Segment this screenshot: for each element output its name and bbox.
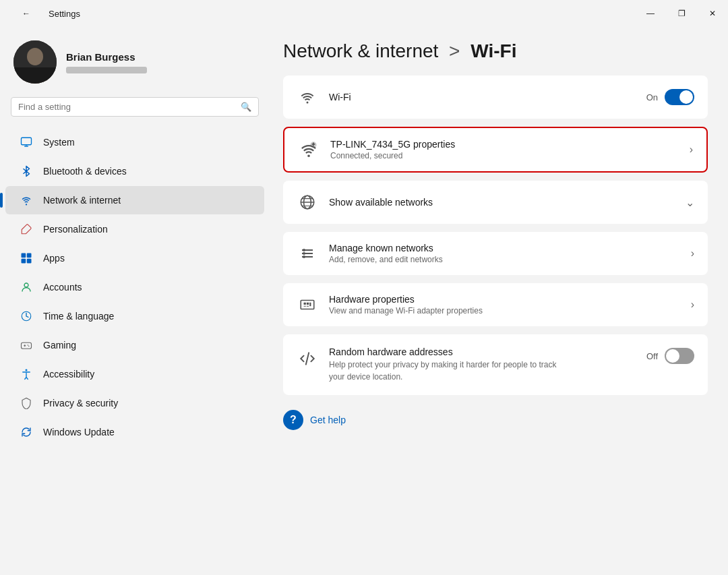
- wifi-toggle-row: Wi-Fi On: [283, 75, 708, 119]
- svg-rect-4: [22, 138, 32, 145]
- svg-rect-5: [24, 146, 28, 147]
- content-area: Network & internet > Wi-Fi Wi-Fi: [270, 27, 728, 575]
- svg-point-11: [24, 283, 28, 287]
- hardware-props-icon: [297, 294, 318, 315]
- hardware-props-row[interactable]: Hardware properties View and manage Wi-F…: [283, 283, 708, 326]
- sidebar-item-label-gaming: Gaming: [43, 340, 76, 351]
- minimize-button[interactable]: —: [635, 3, 666, 24]
- manage-networks-row[interactable]: Manage known networks Add, remove, and e…: [283, 232, 708, 275]
- privacy-icon: [19, 396, 34, 411]
- wifi-label-text: Wi-Fi: [329, 92, 636, 102]
- random-hw-off-label: Off: [646, 351, 658, 361]
- system-icon: [19, 135, 34, 150]
- sidebar-item-label-system: System: [43, 137, 75, 148]
- sidebar-item-apps[interactable]: Apps: [5, 244, 264, 272]
- manage-networks-card[interactable]: Manage known networks Add, remove, and e…: [283, 232, 708, 275]
- svg-point-28: [303, 249, 305, 251]
- manage-networks-icon: [297, 243, 318, 264]
- footer: ? Get help: [283, 403, 708, 437]
- sidebar-item-update[interactable]: Windows Update: [5, 418, 264, 446]
- random-hw-toggle[interactable]: [665, 348, 694, 364]
- wifi-toggle[interactable]: [665, 89, 694, 105]
- svg-point-1: [27, 48, 43, 65]
- close-button[interactable]: ✕: [697, 3, 728, 24]
- accessibility-icon: [19, 367, 34, 382]
- back-button[interactable]: ←: [11, 3, 42, 24]
- sidebar-item-label-bluetooth: Bluetooth & devices: [43, 166, 127, 177]
- titlebar-left: ← Settings: [11, 3, 80, 24]
- hardware-props-card[interactable]: Hardware properties View and manage Wi-F…: [283, 283, 708, 326]
- wifi-on-label: On: [646, 92, 658, 102]
- accounts-icon: [19, 280, 34, 295]
- sidebar-item-accounts[interactable]: Accounts: [5, 273, 264, 301]
- nav-list: SystemBluetooth & devicesNetwork & inter…: [0, 127, 270, 447]
- personalization-icon: [19, 222, 34, 237]
- maximize-button[interactable]: ❐: [666, 3, 697, 24]
- available-networks-chevron-icon: ⌄: [686, 196, 694, 209]
- update-icon: [19, 425, 34, 440]
- random-hw-subtitle: Help protect your privacy by making it h…: [329, 359, 558, 383]
- svg-rect-32: [304, 303, 306, 305]
- svg-point-30: [303, 255, 305, 258]
- time-icon: [19, 309, 34, 324]
- sidebar-item-label-network: Network & internet: [43, 195, 121, 206]
- page-title: Wi-Fi: [471, 40, 516, 61]
- avatar: [13, 40, 57, 84]
- tp-link-wifi-icon: [298, 139, 320, 160]
- sidebar-item-personalization[interactable]: Personalization: [5, 215, 264, 243]
- sidebar-item-time[interactable]: Time & language: [5, 302, 264, 330]
- svg-rect-9: [22, 259, 26, 264]
- random-hw-text: Random hardware addresses Help protect y…: [329, 346, 636, 383]
- user-name: Brian Burgess: [66, 51, 147, 63]
- tp-link-chevron-right: ›: [690, 144, 693, 156]
- help-icon: ?: [283, 410, 303, 430]
- breadcrumb-parent: Network & internet: [283, 40, 438, 61]
- manage-networks-text: Manage known networks Add, remove, and e…: [329, 243, 680, 264]
- tp-link-chevron-icon: ›: [690, 144, 693, 156]
- svg-rect-8: [27, 253, 32, 258]
- sidebar-item-bluetooth[interactable]: Bluetooth & devices: [5, 157, 264, 185]
- hardware-props-chevron-icon: ›: [691, 299, 694, 311]
- sidebar-item-system[interactable]: System: [5, 128, 264, 156]
- get-help-link[interactable]: Get help: [310, 415, 346, 425]
- user-info: Brian Burgess: [66, 51, 147, 73]
- random-hw-card: Random hardware addresses Help protect y…: [283, 334, 708, 395]
- tp-link-subtitle: Connected, secured: [330, 151, 679, 160]
- apps-icon: [19, 251, 34, 266]
- available-networks-row[interactable]: Show available networks ⌄: [283, 181, 708, 224]
- svg-point-18: [26, 369, 28, 371]
- sidebar-item-label-update: Windows Update: [43, 427, 115, 437]
- sidebar-item-label-privacy: Privacy & security: [43, 398, 118, 408]
- wifi-toggle-thumb: [679, 90, 693, 104]
- manage-networks-subtitle: Add, remove, and edit networks: [329, 255, 680, 264]
- tp-link-card[interactable]: TP-LINK_7434_5G properties Connected, se…: [283, 127, 708, 173]
- available-networks-icon: [297, 191, 318, 213]
- sidebar-item-privacy[interactable]: Privacy & security: [5, 389, 264, 417]
- svg-rect-33: [307, 303, 309, 305]
- svg-point-16: [28, 344, 29, 346]
- sidebar-item-label-apps: Apps: [43, 253, 65, 264]
- manage-networks-title: Manage known networks: [329, 243, 680, 253]
- sidebar-item-gaming[interactable]: Gaming: [5, 331, 264, 359]
- svg-point-29: [303, 252, 305, 255]
- sidebar-item-label-time: Time & language: [43, 311, 114, 322]
- gaming-icon: [19, 338, 34, 353]
- user-profile: Brian Burgess: [0, 34, 270, 97]
- available-networks-card[interactable]: Show available networks ⌄: [283, 181, 708, 224]
- hardware-props-title: Hardware properties: [329, 294, 680, 305]
- sidebar-item-network[interactable]: Network & internet: [5, 186, 264, 214]
- wifi-title: Wi-Fi: [329, 92, 636, 102]
- svg-rect-13: [22, 342, 32, 349]
- network-icon: [19, 193, 34, 208]
- random-hw-title: Random hardware addresses: [329, 346, 636, 357]
- page-header: Network & internet > Wi-Fi: [283, 40, 708, 62]
- tp-link-row[interactable]: TP-LINK_7434_5G properties Connected, se…: [284, 128, 706, 171]
- search-input[interactable]: [18, 102, 235, 112]
- bluetooth-icon: [19, 164, 34, 179]
- svg-rect-7: [22, 253, 26, 258]
- sidebar-item-accessibility[interactable]: Accessibility: [5, 360, 264, 388]
- search-box[interactable]: 🔍: [11, 97, 259, 117]
- help-icon-symbol: ?: [290, 414, 297, 426]
- svg-rect-34: [309, 303, 311, 306]
- sidebar: Brian Burgess 🔍 SystemBluetooth & device…: [0, 27, 270, 575]
